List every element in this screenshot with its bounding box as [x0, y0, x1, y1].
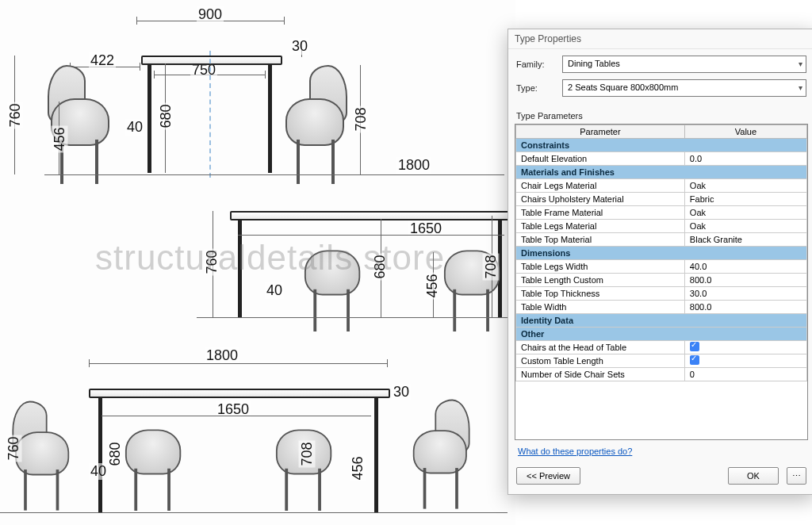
dim-708-a: 708 [353, 105, 370, 132]
chair-right-elev1 [278, 65, 349, 176]
dialog-title: Type Properties [508, 29, 812, 49]
dim-760-a: 760 [7, 102, 24, 128]
param-group[interactable]: Identity Data [516, 314, 807, 328]
param-group[interactable]: Constraints [516, 139, 807, 152]
dim-456-c: 456 [350, 454, 366, 481]
type-select[interactable]: 2 Seats Square 800x800mm [562, 79, 806, 97]
param-name: Chair Legs Material [516, 179, 685, 193]
param-value[interactable]: 0.0 [684, 152, 806, 166]
param-name: Table Top Material [516, 233, 685, 247]
param-name: Table Legs Material [516, 220, 685, 233]
dim-456-a: 456 [52, 125, 68, 152]
dim-708-c: 708 [299, 440, 316, 467]
param-value[interactable] [684, 341, 806, 354]
param-value[interactable]: Fabric [684, 193, 806, 206]
table-top-elev3 [89, 389, 390, 398]
type-properties-dialog: Type Properties Family: Dining Tables Ty… [508, 29, 812, 495]
family-select[interactable]: Dining Tables [562, 56, 806, 73]
help-link[interactable]: What do these properties do? [508, 442, 812, 461]
param-value[interactable]: 800.0 [684, 274, 806, 287]
dim-708-b: 708 [483, 253, 500, 280]
table-top-elev1 [141, 56, 282, 65]
dim-40-b: 40 [265, 282, 284, 299]
chair-e3-1 [121, 398, 189, 504]
param-value[interactable]: Black Granite [684, 233, 806, 247]
dim-760-c: 760 [6, 435, 22, 462]
param-name: Default Elevation [516, 152, 685, 166]
param-name: Table Frame Material [516, 206, 685, 220]
dim-900: 900 [197, 6, 224, 23]
dim-40-a: 40 [125, 119, 144, 136]
col-value: Value [684, 125, 806, 139]
param-value[interactable] [684, 354, 806, 368]
chair-e3-head-r [406, 400, 472, 502]
param-name: Custom Table Length [516, 354, 685, 368]
param-name: Table Top Thickness [516, 287, 685, 301]
dim-760-b: 760 [204, 248, 220, 275]
param-value[interactable]: Oak [684, 206, 806, 220]
param-group[interactable]: Materials and Finishes [516, 166, 807, 179]
param-name: Table Width [516, 301, 685, 314]
checkbox-icon[interactable] [690, 342, 699, 351]
watermark: structuraldetails store [95, 238, 445, 278]
dim-30-c: 30 [392, 384, 411, 400]
param-group[interactable]: Other [516, 328, 807, 341]
family-label: Family: [516, 59, 556, 69]
param-name: Number of Side Chair Sets [516, 368, 685, 381]
dim-1800-a: 1800 [396, 157, 431, 174]
dim-30-top: 30 [290, 38, 309, 55]
ok-button[interactable]: OK [728, 467, 779, 485]
more-button[interactable]: ⋯ [787, 467, 806, 485]
dim-40-c: 40 [89, 463, 108, 480]
col-parameter: Parameter [516, 125, 685, 139]
parameters-grid[interactable]: Parameter Value ConstraintsDefault Eleva… [515, 124, 808, 440]
param-value[interactable]: 800.0 [684, 301, 806, 314]
param-name: Table Legs Width [516, 260, 685, 274]
dim-680-c: 680 [107, 440, 124, 467]
param-name: Table Length Custom [516, 274, 685, 287]
param-name: Chairs at the Head of Table [516, 341, 685, 354]
type-label: Type: [516, 83, 556, 93]
dim-680-a: 680 [158, 102, 174, 129]
dim-1800-c: 1800 [205, 347, 239, 364]
param-value[interactable]: Oak [684, 179, 806, 193]
param-group[interactable]: Dimensions [516, 247, 807, 260]
param-name: Chairs Upholstery Material [516, 193, 685, 206]
param-value[interactable]: 30.0 [684, 287, 806, 301]
type-parameters-label: Type Parameters [508, 106, 812, 122]
dim-456-b: 456 [424, 272, 441, 299]
param-value[interactable]: Oak [684, 220, 806, 233]
drawing-canvas: 900 422 750 30 760 456 680 40 708 1800 [0, 0, 515, 525]
param-value[interactable]: 40.0 [684, 260, 806, 274]
checkbox-icon[interactable] [690, 355, 699, 365]
param-value[interactable]: 0 [684, 368, 806, 381]
preview-button[interactable]: << Preview [516, 467, 580, 485]
chair-left-elev1 [46, 65, 117, 176]
dim-680-b: 680 [372, 253, 389, 280]
